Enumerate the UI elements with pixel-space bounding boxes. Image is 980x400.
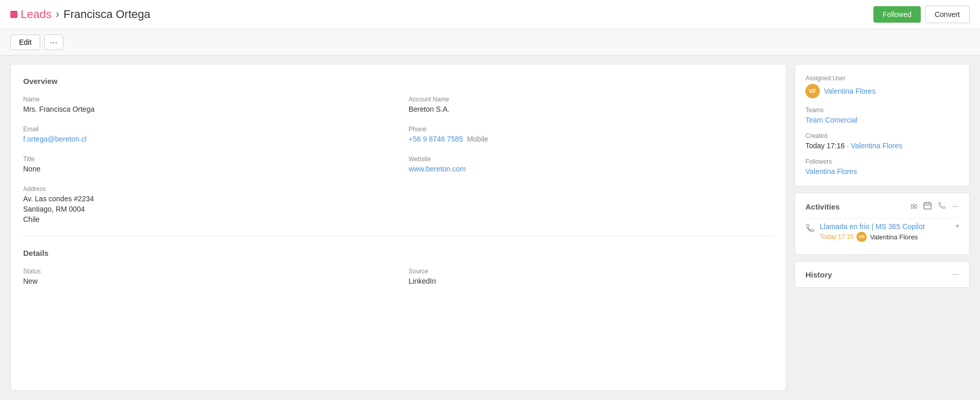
leads-link[interactable]: Leads bbox=[10, 8, 51, 21]
history-header: History ··· bbox=[805, 270, 959, 279]
status-label: Status bbox=[23, 268, 388, 275]
convert-button[interactable]: Convert bbox=[925, 6, 970, 23]
source-label: Source bbox=[409, 268, 774, 275]
website-value[interactable]: www.bereton.com bbox=[409, 165, 774, 173]
left-panel: Overview Name Mrs. Francisca Ortega Acco… bbox=[10, 64, 786, 391]
history-card: History ··· bbox=[795, 261, 970, 288]
address-line1: Av. Las condes #2234 bbox=[23, 195, 388, 203]
details-section: Details Status New Source LinkedIn bbox=[23, 249, 773, 285]
toolbar: Edit ··· bbox=[0, 29, 980, 56]
title-field: Title None bbox=[23, 155, 388, 173]
followed-button[interactable]: Followed bbox=[873, 6, 921, 23]
activities-more-icon[interactable]: ··· bbox=[952, 202, 959, 211]
phone-icon[interactable] bbox=[938, 201, 946, 212]
page-title: Francisca Ortega bbox=[63, 8, 150, 21]
activity-title[interactable]: Llamada en frio | MS 365 Copilot bbox=[820, 222, 925, 231]
assigned-user-name[interactable]: Valentina Flores bbox=[824, 87, 875, 95]
address-line2: Santiago, RM 0004 bbox=[23, 205, 388, 213]
website-field: Website www.bereton.com bbox=[409, 155, 774, 173]
assigned-user: VF Valentina Flores bbox=[805, 84, 959, 98]
overview-title: Overview bbox=[23, 77, 773, 85]
name-label: Name bbox=[23, 96, 388, 103]
history-title: History bbox=[805, 270, 832, 279]
created-by[interactable]: Valentina Flores bbox=[851, 142, 902, 150]
history-more-icon[interactable]: ··· bbox=[952, 270, 959, 279]
breadcrumb: Leads › Francisca Ortega bbox=[10, 8, 150, 21]
created-timestamp: Today 17:16 bbox=[805, 142, 845, 150]
edit-button[interactable]: Edit bbox=[10, 34, 40, 50]
status-value: New bbox=[23, 277, 388, 285]
email-label: Email bbox=[23, 126, 388, 133]
activity-avatar: VF bbox=[856, 232, 867, 242]
phone-value: +56 9 8746 7585 Mobile bbox=[409, 135, 774, 143]
teams-value[interactable]: Team Comercial bbox=[805, 116, 857, 124]
account-field: Account Name Bereton S.A. bbox=[409, 96, 774, 113]
svg-rect-0 bbox=[924, 203, 931, 209]
created-info: Today 17:16 · Valentina Flores bbox=[805, 142, 959, 150]
activity-item: Llamada en frio | MS 365 Copilot Today 1… bbox=[805, 218, 959, 246]
status-field: Status New bbox=[23, 268, 388, 285]
phone-label: Phone bbox=[409, 126, 774, 133]
source-value: LinkedIn bbox=[409, 277, 774, 285]
email-field: Email f.ortega@bereton.cl bbox=[23, 126, 388, 143]
teams-label: Teams bbox=[805, 107, 959, 114]
email-value[interactable]: f.ortega@bereton.cl bbox=[23, 135, 388, 143]
source-field: Source LinkedIn bbox=[409, 268, 774, 285]
title-label: Title bbox=[23, 155, 388, 163]
address-field: Address Av. Las condes #2234 Santiago, R… bbox=[23, 185, 388, 223]
address-line3: Chile bbox=[23, 215, 388, 223]
phone-field: Phone +56 9 8746 7585 Mobile bbox=[409, 126, 774, 143]
name-value: Mrs. Francisca Ortega bbox=[23, 105, 388, 113]
created-label: Created bbox=[805, 132, 959, 140]
activities-header: Activities ✉ ·· bbox=[805, 201, 959, 212]
leads-label: Leads bbox=[21, 8, 51, 21]
title-value: None bbox=[23, 165, 388, 173]
breadcrumb-separator: › bbox=[56, 8, 59, 21]
followers-row: Followers Valentina Flores bbox=[805, 158, 959, 176]
followers-value[interactable]: Valentina Flores bbox=[805, 167, 857, 176]
activities-icons: ✉ ··· bbox=[910, 201, 959, 212]
activity-meta: Today 17:15 VF Valentina Flores bbox=[820, 232, 951, 242]
activity-user: Valentina Flores bbox=[870, 233, 918, 241]
header: Leads › Francisca Ortega Followed Conver… bbox=[0, 0, 980, 29]
overview-section: Overview Name Mrs. Francisca Ortega Acco… bbox=[23, 77, 773, 223]
activity-phone-icon bbox=[805, 223, 815, 235]
assigned-user-row: Assigned User VF Valentina Flores bbox=[805, 75, 959, 98]
address-label: Address bbox=[23, 185, 388, 193]
created-row: Created Today 17:16 · Valentina Flores bbox=[805, 132, 959, 150]
assigned-user-label: Assigned User bbox=[805, 75, 959, 82]
info-card: Assigned User VF Valentina Flores Teams … bbox=[795, 64, 970, 186]
calendar-icon[interactable] bbox=[923, 201, 932, 212]
details-title: Details bbox=[23, 249, 773, 257]
activity-details: Llamada en frio | MS 365 Copilot Today 1… bbox=[820, 222, 951, 242]
activities-card: Activities ✉ ·· bbox=[795, 193, 970, 255]
teams-row: Teams Team Comercial bbox=[805, 107, 959, 124]
account-value: Bereton S.A. bbox=[409, 105, 774, 113]
activity-time: Today 17:15 bbox=[820, 233, 853, 240]
right-panel: Assigned User VF Valentina Flores Teams … bbox=[795, 64, 970, 391]
header-actions: Followed Convert bbox=[873, 6, 970, 23]
email-icon[interactable]: ✉ bbox=[910, 202, 917, 212]
name-field: Name Mrs. Francisca Ortega bbox=[23, 96, 388, 113]
main-content: Overview Name Mrs. Francisca Ortega Acco… bbox=[0, 56, 980, 399]
details-fields: Status New Source LinkedIn bbox=[23, 268, 773, 285]
phone-number[interactable]: +56 9 8746 7585 bbox=[409, 135, 463, 143]
more-button[interactable]: ··· bbox=[44, 34, 63, 50]
followers-label: Followers bbox=[805, 158, 959, 165]
activities-title: Activities bbox=[805, 202, 840, 211]
avatar: VF bbox=[805, 84, 820, 98]
website-label: Website bbox=[409, 155, 774, 163]
section-divider bbox=[23, 236, 773, 236]
activity-expand-icon[interactable]: ▾ bbox=[956, 222, 959, 230]
account-label: Account Name bbox=[409, 96, 774, 103]
overview-fields: Name Mrs. Francisca Ortega Account Name … bbox=[23, 96, 773, 223]
created-dot: · bbox=[847, 142, 849, 150]
phone-type: Mobile bbox=[467, 135, 488, 143]
